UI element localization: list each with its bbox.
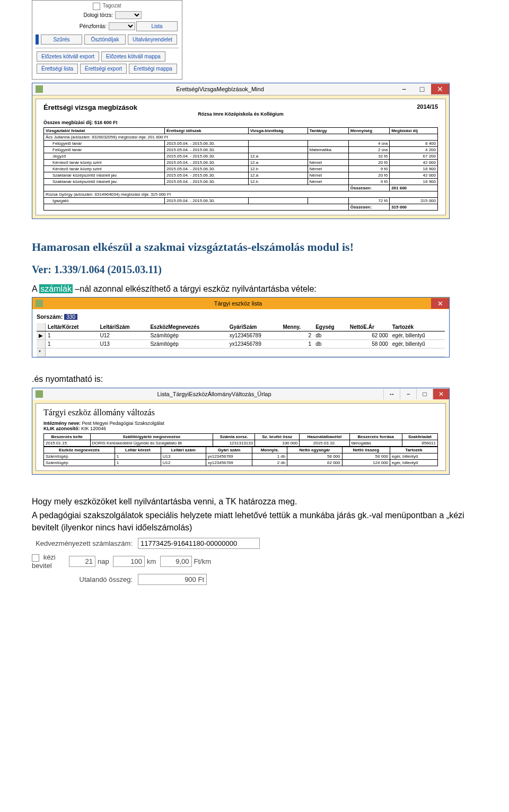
doc-heading: Hamarosan elkészül a szakmai vizsgáztatá… xyxy=(32,240,477,254)
report-window-title: ÉrettségiVizsgaMegbízások_Mind xyxy=(45,84,395,94)
bottom-form: Kedvezményezett számlaszám: kézi bevitel… xyxy=(32,538,308,585)
lt-window-title: Lista_TárgyiEszközÁllományVáltozás_Űrlap xyxy=(45,389,383,399)
col-vizsgaztato: Vizsgáztató/ feladat xyxy=(44,128,165,134)
doc-line-nyomtathato: .és nyomtatható is: xyxy=(32,373,477,385)
close-button[interactable]: ✕ xyxy=(431,298,449,309)
lt-institution: Intézmény neve: Pest Megyei Pedagógiai S… xyxy=(43,421,438,426)
label-penzforras: Pénzforrás: xyxy=(36,23,107,29)
doc-line-4: A pedagógiai szakszolgálatok speciális h… xyxy=(32,510,477,534)
table-row[interactable]: 1 U13 Számítógép yx123456789 1 db 58 000… xyxy=(37,340,445,348)
close-button[interactable]: ✕ xyxy=(433,389,449,399)
app-icon xyxy=(36,390,43,398)
group2-total: 315 000 xyxy=(390,204,438,211)
nap-suffix: nap xyxy=(98,557,109,565)
app-icon xyxy=(36,85,43,93)
school-year: 2014/15 xyxy=(417,103,438,110)
elozetes-kotvall-mappa-button[interactable]: Előzetes kötváll mappa xyxy=(101,51,165,62)
lt-klik: KLIK azonosító: KIK 120046 xyxy=(43,426,438,431)
utalando-field[interactable]: 900 Ft xyxy=(138,574,207,585)
table-row[interactable]: ▶ 1 U12 Számítógép xy123456789 2 db 62 0… xyxy=(37,331,445,340)
lt-table-2: Eszköz megnevezés Leltár körzet Leltári … xyxy=(43,447,438,466)
osztondijak-button[interactable]: Ösztöndíjak xyxy=(84,34,126,45)
utalvanyrendelet-button[interactable]: Utalványrendelet xyxy=(128,34,177,45)
app-icon xyxy=(36,300,43,307)
report-table: Vizsgáztató/ feladat Érettségi időszak V… xyxy=(43,127,438,211)
lista-button[interactable]: Lista xyxy=(136,21,178,31)
targyi-eszkoz-lista-window: Tárgyi eszköz lista ✕ Sorszám: 330 Leltá… xyxy=(32,297,450,357)
col-dij: Megbízási díj xyxy=(390,128,438,134)
school-name: Rózsa Imre Középiskola és Kollégium xyxy=(43,111,438,117)
col-bizottsag: Vizsga-bizottság xyxy=(248,128,308,134)
col-tantargy: Tantárgy xyxy=(308,128,348,134)
erettsegi-mappa-button[interactable]: Érettségi mappa xyxy=(129,64,177,74)
input-kedv-szamlaszam[interactable] xyxy=(138,538,260,549)
erettsegi-export-button[interactable]: Érettségi export xyxy=(80,64,127,74)
close-button[interactable]: ✕ xyxy=(431,84,449,94)
tel-grid: LeltárKörzet LeltáriSzám EszközMegnevezé… xyxy=(37,323,445,357)
label-dologi-torzs: Dologi törzs: xyxy=(36,12,113,18)
new-row[interactable]: * xyxy=(37,348,445,357)
sorszam-row: Sorszám: 330 xyxy=(37,313,445,320)
maximize-button[interactable]: □ xyxy=(413,84,431,94)
tel-window-title: Tárgyi eszköz lista xyxy=(45,298,431,309)
rate-field[interactable]: 9,00 xyxy=(160,556,192,567)
lt-table-1: Beszerzés kelte Szállító/gyártó megnevez… xyxy=(43,433,438,447)
mark-szamlak: számlák xyxy=(39,284,73,293)
group1-total: 201 600 xyxy=(390,185,438,191)
col-mennyiseg: Mennyiség xyxy=(348,128,389,134)
kezi-bevitel-checkbox[interactable] xyxy=(32,554,39,562)
maximize-button[interactable]: □ xyxy=(416,389,433,399)
group2-total-label: Összesen: xyxy=(348,204,389,211)
label-kedv-szamlaszam: Kedvezményezett számlaszám: xyxy=(32,539,138,547)
km-suffix: km xyxy=(147,557,156,565)
km-field[interactable]: 100 xyxy=(113,556,145,567)
col-idoszak: Érettségi időszak xyxy=(164,128,248,134)
total-fee-line: Összes megbízási díj: 516 600 Ft xyxy=(43,120,438,125)
tagozat-label: Tagozat xyxy=(102,3,121,10)
lista-targyi-valtozas-window: Lista_TárgyiEszközÁllományVáltozás_Űrlap… xyxy=(32,388,450,475)
doc-line-3: Hogy mely eszközöket kell nyilvántartásb… xyxy=(32,496,477,508)
erettsegi-lista-button[interactable]: Érettségi lista xyxy=(37,64,78,74)
label-utalando: Utalandó összeg: xyxy=(32,575,138,583)
minimize-button[interactable]: − xyxy=(400,389,416,399)
group1-total-label: Összesen: xyxy=(348,185,389,191)
tagozat-checkbox[interactable] xyxy=(93,3,100,10)
report-window: ÉrettségiVizsgaMegbízások_Mind − □ ✕ Ére… xyxy=(32,83,450,219)
select-penzforras[interactable] xyxy=(109,22,135,30)
doc-line-szamlak: A számlák –nál azonnal elkészíthető a tá… xyxy=(32,283,477,295)
group2-header: Rózsa György (adószám: 8314964034) megbí… xyxy=(44,191,438,198)
filter-panel: Tagozat Dologi törzs: Pénzforrás: Lista … xyxy=(32,0,182,80)
szures-button[interactable]: Szűrés xyxy=(41,34,82,45)
sorszam-value: 330 xyxy=(64,314,77,320)
lt-heading: Tárgyi eszköz állomány változás xyxy=(43,408,438,417)
sorszam-label: Sorszám: xyxy=(37,313,63,320)
report-heading: Érettségi vizsga megbízások xyxy=(43,103,137,111)
nap-field[interactable]: 21 xyxy=(69,556,95,567)
doc-version: Ver: 1.339/1.064 (2015.03.11) xyxy=(32,264,477,276)
elozetes-kotvall-export-button[interactable]: Előzetes kötváll export xyxy=(37,51,99,62)
restore-button[interactable]: ↔ xyxy=(383,389,400,399)
group1-header: Ács Julianna (adószám: 8328032058) megbí… xyxy=(44,134,438,141)
select-dologi-torzs[interactable] xyxy=(115,11,142,19)
rate-suffix: Ft/km xyxy=(194,557,212,565)
minimize-button[interactable]: − xyxy=(395,84,413,94)
